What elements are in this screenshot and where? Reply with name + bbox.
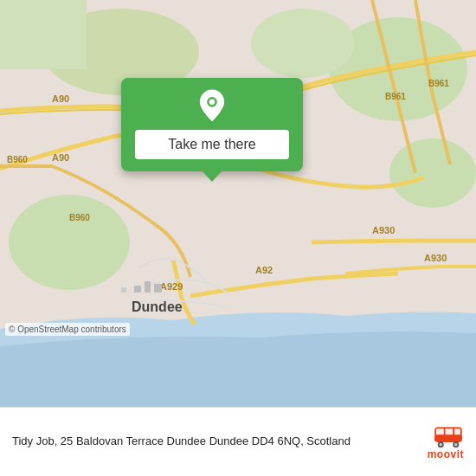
svg-text:A92: A92 xyxy=(255,265,273,275)
map-container: A90 A90 B960 B960 A972 A929 A92 A930 A93… xyxy=(0,0,476,407)
svg-text:B960: B960 xyxy=(7,155,28,164)
location-popup: Take me there xyxy=(121,78,303,171)
svg-text:B961: B961 xyxy=(428,79,449,88)
svg-rect-19 xyxy=(134,286,141,293)
svg-rect-30 xyxy=(434,436,462,441)
bottom-bar: Tidy Job, 25 Baldovan Terrace Dundee Dun… xyxy=(0,407,476,476)
svg-point-32 xyxy=(440,442,443,446)
svg-text:A90: A90 xyxy=(52,93,69,104)
svg-point-25 xyxy=(209,100,215,106)
svg-text:A930: A930 xyxy=(424,253,447,263)
svg-point-5 xyxy=(389,138,476,208)
map-background: A90 A90 B960 B960 A972 A929 A92 A930 A93… xyxy=(0,0,476,407)
svg-rect-21 xyxy=(154,284,162,293)
svg-rect-6 xyxy=(0,0,87,69)
svg-point-1 xyxy=(9,195,130,290)
location-pin-icon xyxy=(195,88,229,123)
svg-rect-28 xyxy=(446,428,453,434)
svg-rect-20 xyxy=(145,281,151,293)
moovit-logo: moovit xyxy=(428,424,464,460)
svg-text:Dundee: Dundee xyxy=(132,299,183,314)
svg-point-34 xyxy=(454,442,458,446)
svg-rect-29 xyxy=(454,428,460,434)
moovit-label: moovit xyxy=(428,448,464,460)
svg-text:A930: A930 xyxy=(372,225,395,235)
svg-rect-22 xyxy=(121,287,126,293)
svg-text:B960: B960 xyxy=(69,213,90,222)
moovit-bus-icon xyxy=(433,424,464,448)
svg-rect-27 xyxy=(436,428,444,434)
svg-text:A90: A90 xyxy=(52,152,69,163)
svg-text:A929: A929 xyxy=(160,281,183,292)
take-me-there-button[interactable]: Take me there xyxy=(135,130,289,159)
svg-text:B961: B961 xyxy=(385,92,406,101)
address-text: Tidy Job, 25 Baldovan Terrace Dundee Dun… xyxy=(12,434,419,449)
osm-attribution: © OpenStreetMap contributors xyxy=(5,323,130,336)
svg-point-3 xyxy=(251,9,355,78)
